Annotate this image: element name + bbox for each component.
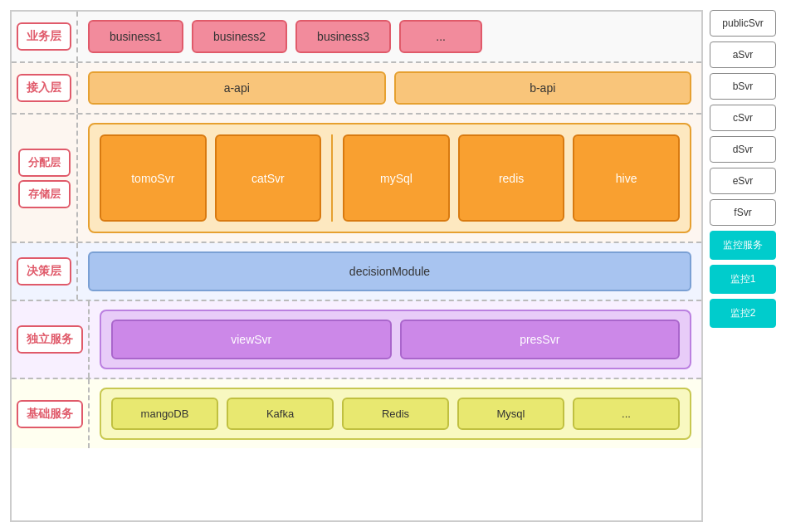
independent-item-1: presSvr (400, 320, 681, 359)
sidebar-svr-0: publicSvr (710, 10, 776, 37)
storage-label-group: 分配层 存储层 (18, 149, 71, 208)
independent-row-label: 独立服务 (12, 301, 90, 378)
sidebar-svr-5: eSvr (710, 168, 776, 194)
api-item-0: a-api (88, 71, 386, 105)
sidebar-monitor-1: 监控1 (710, 265, 776, 294)
business-item-2: business3 (295, 20, 391, 53)
sidebar-svr-1: aSvr (710, 41, 776, 68)
storage-item-3: redis (458, 134, 565, 222)
storage-label-box2: 存储层 (18, 180, 71, 208)
independent-row: 独立服务 viewSvr presSvr (12, 301, 701, 379)
api-item-1: b-api (394, 71, 692, 105)
api-label-box: 接入层 (17, 74, 71, 102)
storage-outer-box: tomoSvr catSvr mySql redis hive (88, 123, 691, 233)
base-item-3: Mysql (457, 398, 564, 430)
base-row: 基础服务 mangoDB Kafka Redis Mysql ... (12, 379, 701, 448)
main-area: 业务层 business1 business2 business3 ... 接入… (10, 10, 703, 522)
business-item-1: business2 (192, 20, 287, 53)
base-item-2: Redis (342, 398, 449, 430)
base-item-1: Kafka (227, 398, 334, 430)
storage-row-content: tomoSvr catSvr mySql redis hive (78, 115, 701, 242)
sidebar-svr-2: bSvr (710, 73, 776, 100)
decision-item-0: decisionModule (88, 251, 691, 291)
right-sidebar: publicSvr aSvr bSvr cSvr dSvr eSvr fSvr … (710, 10, 776, 522)
base-item-0: mangoDB (111, 398, 218, 430)
base-label-box: 基础服务 (17, 400, 83, 428)
storage-divider (331, 134, 333, 222)
storage-item-1: catSvr (215, 134, 322, 222)
business-item-3: ... (399, 20, 482, 53)
business-item-0: business1 (88, 20, 183, 53)
sidebar-monitor-0: 监控服务 (710, 231, 776, 260)
independent-row-content: viewSvr presSvr (90, 301, 701, 378)
sidebar-monitor-2: 监控2 (710, 299, 776, 328)
business-label-box: 业务层 (17, 22, 71, 51)
storage-item-2: mySql (343, 134, 450, 222)
storage-row: 分配层 存储层 tomoSvr catSvr mySql redis hive (12, 115, 701, 243)
business-row: 业务层 business1 business2 business3 ... (12, 12, 701, 63)
decision-row: 决策层 decisionModule (12, 243, 701, 301)
decision-label-box: 决策层 (17, 257, 71, 286)
storage-row-label: 分配层 存储层 (12, 115, 78, 242)
business-row-label: 业务层 (12, 12, 78, 61)
base-item-4: ... (573, 398, 680, 430)
business-row-content: business1 business2 business3 ... (78, 12, 701, 61)
base-outer-box: mangoDB Kafka Redis Mysql ... (100, 388, 691, 440)
storage-label-box1: 分配层 (18, 149, 71, 177)
independent-item-0: viewSvr (111, 320, 392, 359)
storage-item-0: tomoSvr (100, 134, 207, 222)
sidebar-svr-4: dSvr (710, 136, 776, 163)
independent-outer-box: viewSvr presSvr (100, 310, 691, 369)
base-row-label: 基础服务 (12, 379, 90, 448)
decision-row-label: 决策层 (12, 243, 78, 300)
decision-row-content: decisionModule (78, 243, 701, 300)
api-row: 接入层 a-api b-api (12, 63, 701, 115)
sidebar-svr-6: fSvr (710, 199, 776, 226)
storage-item-4: hive (573, 134, 680, 222)
base-row-content: mangoDB Kafka Redis Mysql ... (90, 379, 701, 448)
api-row-label: 接入层 (12, 63, 78, 113)
sidebar-svr-3: cSvr (710, 105, 776, 131)
api-row-content: a-api b-api (78, 63, 701, 113)
architecture-diagram: 业务层 business1 business2 business3 ... 接入… (0, 0, 786, 532)
independent-label-box: 独立服务 (17, 325, 83, 354)
